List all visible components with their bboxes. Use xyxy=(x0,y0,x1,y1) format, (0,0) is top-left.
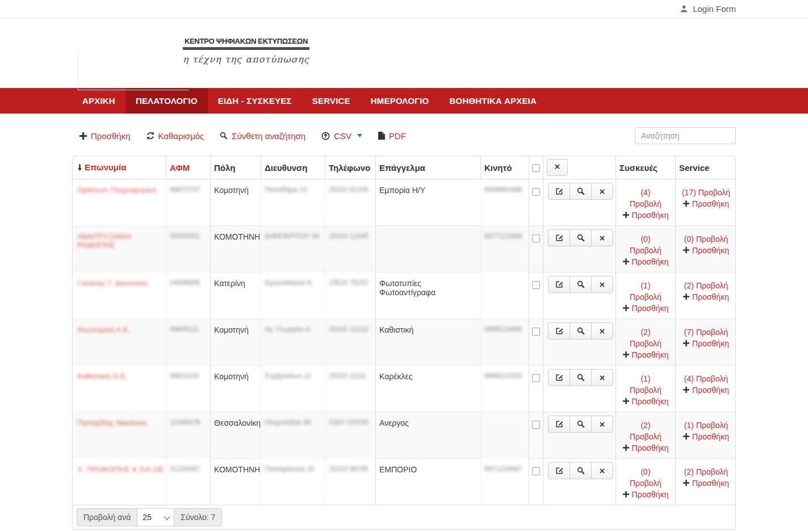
cell-select xyxy=(529,225,543,272)
logo: ΚΕΝΤΡΟ ΨΗΦΙΑΚΩΝ ΕΚΤΥΠΩΣΕΩΝ η τέχνη της α… xyxy=(183,37,309,65)
devices-view-link[interactable]: (0)Προβολή xyxy=(619,233,672,255)
row-checkbox[interactable] xyxy=(532,374,540,382)
view-button[interactable] xyxy=(570,183,592,200)
cell-select xyxy=(529,458,543,505)
edit-button[interactable] xyxy=(548,183,570,200)
magnifier-icon xyxy=(220,132,228,140)
devices-view-link[interactable]: (2)Προβολή xyxy=(619,326,672,348)
view-button[interactable] xyxy=(570,276,592,293)
row-checkbox[interactable] xyxy=(532,281,540,289)
service-view-link[interactable]: (4)Προβολή xyxy=(684,374,728,383)
devices-add-link[interactable]: Προσθήκη xyxy=(623,349,669,361)
delete-button[interactable] xyxy=(591,229,613,246)
cell-devices: (4)Προβολή Προσθήκη xyxy=(616,179,675,225)
nav-item-home[interactable]: ΑΡΧΙΚΗ xyxy=(72,88,125,114)
service-view-link[interactable]: (0)Προβολή xyxy=(684,234,728,244)
select-all-checkbox[interactable] xyxy=(532,164,540,172)
devices-add-link[interactable]: Προσθήκη xyxy=(623,303,669,314)
cell-name[interactable]: ΑΝΑΠΤΥΞΙΑΚΗ ΡΟΔΟΠΗΣ xyxy=(73,225,166,272)
pdf-button[interactable]: PDF xyxy=(378,131,406,141)
service-view-link[interactable]: (17)Προβολή xyxy=(682,188,730,197)
cell-afm: 04596855 xyxy=(166,272,210,319)
nav-item-aux-files[interactable]: ΒΟΗΘΗΤΙΚΑ ΑΡΧΕΙΑ xyxy=(439,88,547,114)
view-button[interactable] xyxy=(570,369,592,386)
devices-view-link[interactable]: (1)Προβολή xyxy=(619,373,672,395)
row-checkbox[interactable] xyxy=(532,234,540,242)
service-add-link[interactable]: Προσθήκη xyxy=(683,198,729,210)
advanced-search-button[interactable]: Σύνθετη αναζήτηση xyxy=(220,131,305,141)
devices-view-link[interactable]: (1)Προβολή xyxy=(619,280,672,301)
cell-name[interactable]: Καθιστική Ο.Ε. xyxy=(73,365,166,412)
cell-name[interactable]: Γαλάνης Γ. Διονύσιος xyxy=(73,272,166,319)
cell-name[interactable]: Ανωνυμική Α.Ε. xyxy=(73,319,166,365)
total-count: Σύνολο: 7 xyxy=(174,508,222,526)
devices-view-link[interactable]: (4)Προβολή xyxy=(619,187,672,208)
row-checkbox[interactable] xyxy=(532,467,540,475)
view-button[interactable] xyxy=(570,416,592,433)
cell-select xyxy=(529,272,543,319)
cell-mobile: 6971234567 xyxy=(480,458,529,505)
pdf-label: PDF xyxy=(389,131,406,141)
service-view-link[interactable]: (2)Προβολή xyxy=(684,467,728,476)
cell-name[interactable]: Optimum Πληροφορική xyxy=(73,179,166,225)
edit-button[interactable] xyxy=(548,276,570,293)
devices-add-link[interactable]: Προσθήκη xyxy=(623,442,669,454)
edit-button[interactable] xyxy=(548,369,570,386)
csv-dropdown[interactable]: CSV xyxy=(321,131,362,141)
nav-item-calendar[interactable]: ΗΜΕΡΟΛΟΓΙΟ xyxy=(361,88,439,114)
service-view-link[interactable]: (7)Προβολή xyxy=(684,328,728,337)
cell-mobile xyxy=(480,272,529,319)
edit-button[interactable] xyxy=(548,229,570,246)
login-link[interactable]: Login Form xyxy=(680,4,736,14)
edit-button[interactable] xyxy=(548,462,570,479)
service-add-link[interactable]: Προσθήκη xyxy=(683,384,729,396)
service-view-link[interactable]: (1)Προβολή xyxy=(684,421,728,430)
header-afm[interactable]: ΑΦΜ xyxy=(166,156,210,179)
delete-button[interactable] xyxy=(591,369,613,386)
row-checkbox[interactable] xyxy=(532,328,540,336)
search-input[interactable] xyxy=(635,127,736,144)
logo-image-frame xyxy=(78,51,189,90)
cell-name[interactable]: Παπαζίδης Νικόλαος xyxy=(73,412,166,458)
cell-mobile: 6936862486 xyxy=(480,179,529,225)
add-button[interactable]: Προσθήκη xyxy=(79,131,131,141)
view-button[interactable] xyxy=(570,462,592,479)
row-checkbox[interactable] xyxy=(532,188,540,196)
header-name[interactable]: Επωνυμία xyxy=(73,156,166,179)
devices-view-link[interactable]: (0)Προβολή xyxy=(619,466,672,488)
header-select-all xyxy=(529,156,543,179)
service-add-link[interactable]: Προσθήκη xyxy=(683,291,729,303)
service-add-link[interactable]: Προσθήκη xyxy=(683,431,729,442)
delete-button[interactable] xyxy=(591,276,613,293)
service-add-link[interactable]: Προσθήκη xyxy=(683,477,729,489)
delete-button[interactable] xyxy=(591,462,613,479)
clear-button[interactable]: Καθαρισμός xyxy=(146,131,204,141)
cell-address: Συμβρακίων 12 xyxy=(261,365,325,412)
row-checkbox[interactable] xyxy=(532,421,540,429)
devices-add-link[interactable]: Προσθήκη xyxy=(623,489,669,500)
delete-button[interactable] xyxy=(591,322,613,340)
delete-button[interactable] xyxy=(591,183,613,200)
devices-add-link[interactable]: Προσθήκη xyxy=(623,396,669,407)
devices-add-link[interactable]: Προσθήκη xyxy=(623,256,669,267)
cell-mobile: 6977123456 xyxy=(480,225,529,272)
delete-button[interactable] xyxy=(591,416,613,433)
devices-view-link[interactable]: (2)Προβολή xyxy=(619,420,672,441)
per-page-select[interactable]: 25 xyxy=(137,508,174,526)
nav-item-customers[interactable]: ΠΕΛΑΤΟΛΟΓΙΟ xyxy=(125,88,208,114)
edit-button[interactable] xyxy=(548,416,570,433)
cell-name[interactable]: Χ. ΠΡΟΚΟΠΗΣ & ΣΙΑ ΟΕ xyxy=(73,458,166,505)
edit-button[interactable] xyxy=(548,322,570,340)
view-button[interactable] xyxy=(570,322,592,340)
logo-underline xyxy=(183,47,309,50)
service-view-link[interactable]: (2)Προβολή xyxy=(684,281,728,290)
nav-item-service[interactable]: SERVICE xyxy=(302,88,361,114)
service-add-link[interactable]: Προσθήκη xyxy=(683,245,729,256)
nav-item-items-devices[interactable]: ΕΙΔΗ - ΣΥΣΚΕΥΕΣ xyxy=(208,88,302,114)
devices-add-link[interactable]: Προσθήκη xyxy=(623,210,669,221)
view-button[interactable] xyxy=(570,229,592,246)
clear-selection-button[interactable] xyxy=(547,159,568,176)
table-row: ΑΝΑΠΤΥΞΙΑΚΗ ΡΟΔΟΠΗΣ 00000001 ΚΟΜΟΤΗΝΗ ΔΗ… xyxy=(73,225,736,272)
cell-city: Κατερίνη xyxy=(210,272,261,319)
service-add-link[interactable]: Προσθήκη xyxy=(683,338,729,349)
